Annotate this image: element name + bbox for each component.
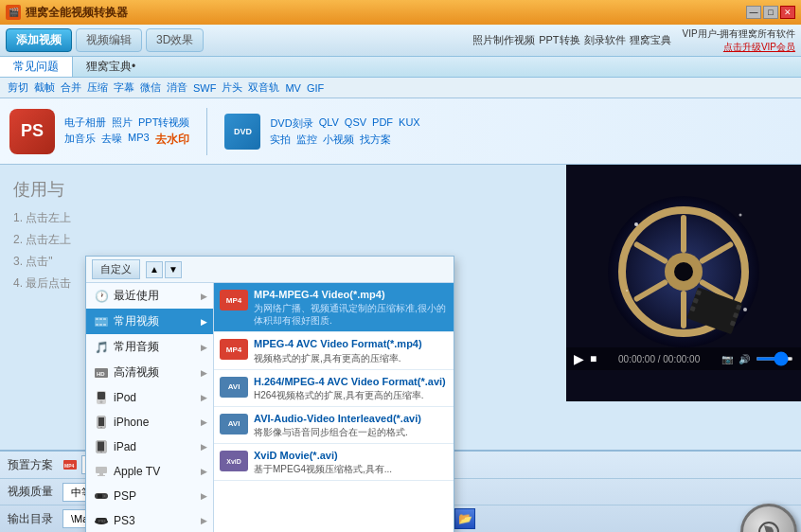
link-add-music[interactable]: 加音乐	[64, 132, 96, 148]
preset-icon: MP4	[62, 457, 78, 472]
category-psp[interactable]: PSP ▶	[86, 484, 213, 508]
nav-up-button[interactable]: ▲	[146, 261, 163, 278]
minimize-button[interactable]: —	[746, 6, 761, 19]
player-controls: ▶ ■ 00:00:00 / 00:00:00 📷 🔊	[566, 347, 801, 370]
link-monitor[interactable]: 监控	[296, 133, 317, 147]
svg-rect-34	[98, 417, 104, 426]
film-icon	[94, 314, 109, 329]
avi-audio-text: AVI-Audio-Video Interleaved(*.avi) 将影像与语…	[254, 412, 448, 438]
banner-row: PS 电子相册 照片 PPT转视频 加音乐 去噪 MP3 去水印 DVD DVD…	[0, 98, 801, 165]
svg-point-19	[626, 290, 628, 292]
action-screenshot[interactable]: 截帧	[34, 80, 55, 95]
film-reel-image	[608, 196, 759, 347]
category-ipod[interactable]: iPod ▶	[86, 385, 213, 410]
volume-button[interactable]: 🔊	[739, 354, 750, 364]
svg-rect-31	[98, 392, 105, 399]
hd-icon: HD	[94, 365, 109, 381]
format-mp4-mpeg4[interactable]: MP4 MP4-MPEG-4 Video(*.mp4) 为网络广播、视频通讯定制…	[214, 283, 454, 332]
separator1	[206, 108, 207, 155]
nav-down-button[interactable]: ▼	[165, 261, 182, 278]
preview-panel: ▶ ■ 00:00:00 / 00:00:00 📷 🔊	[566, 165, 801, 401]
ps3-icon: PS3	[94, 513, 109, 528]
format-mp4-avc[interactable]: MP4 MPEG-4 AVC Video Format(*.mp4) 视频格式的…	[214, 332, 454, 369]
open-folder-button[interactable]: 📂	[454, 508, 475, 529]
svg-point-44	[104, 495, 106, 497]
dvd-links-group: DVD刻录 QLV QSV PDF KUX 实拍 监控 小视频 找方案	[270, 116, 419, 147]
link-dvd-record[interactable]: DVD刻录	[270, 116, 312, 131]
category-apple-tv[interactable]: Apple TV ▶	[86, 459, 213, 484]
link-pdf[interactable]: PDF	[372, 116, 393, 131]
close-button[interactable]: ✕	[780, 6, 795, 19]
toolbar: 添加视频 视频编辑 3D效果 照片制作视频 PPT转换 刻录软件 狸窝宝典 VI…	[0, 25, 801, 57]
svg-rect-43	[98, 494, 102, 498]
main-area: 使用与 1. 点击左上 2. 点击左上 3. 点击" 4. 最后点击	[0, 165, 801, 449]
action-dual-audio[interactable]: 双音轨	[248, 80, 279, 95]
category-common-audio[interactable]: 🎵 常用音频 ▶	[86, 334, 213, 360]
appletv-icon	[94, 464, 109, 479]
category-ipad[interactable]: iPad ▶	[86, 434, 213, 459]
svg-point-32	[100, 400, 103, 403]
category-hd-video[interactable]: HD 高清视频 ▶	[86, 360, 213, 385]
action-cut[interactable]: 剪切	[8, 80, 28, 95]
video-quality-label: 视频质量	[8, 484, 57, 500]
tab-faq[interactable]: 常见问题	[0, 57, 73, 77]
maximize-button[interactable]: □	[763, 6, 778, 19]
category-recent[interactable]: 🕐 最近使用 ▶	[86, 283, 213, 309]
action-gif[interactable]: GIF	[307, 82, 324, 94]
dvd-links-row2: 实拍 监控 小视频 找方案	[270, 133, 419, 147]
svg-point-38	[100, 452, 102, 453]
link-qsv[interactable]: QSV	[345, 116, 366, 131]
link-denoise[interactable]: 去噪	[101, 132, 122, 148]
action-subtitle[interactable]: 字幕	[114, 80, 134, 95]
step-2: 2. 点击左上	[13, 232, 318, 248]
link-short-video[interactable]: 小视频	[323, 133, 354, 147]
psp-icon	[94, 488, 109, 504]
add-video-button[interactable]: 添加视频	[6, 28, 72, 52]
format-avi-audio[interactable]: AVI AVI-Audio-Video Interleaved(*.avi) 将…	[214, 407, 454, 444]
banner-links-group1: 电子相册 照片 PPT转视频 加音乐 去噪 MP3 去水印	[64, 115, 189, 148]
svg-rect-4	[681, 215, 686, 253]
action-silence[interactable]: 消音	[167, 80, 187, 95]
play-button[interactable]: ▶	[574, 351, 584, 366]
video-edit-button[interactable]: 视频编辑	[76, 28, 142, 52]
mp4-badge: MP4	[220, 290, 248, 310]
volume-slider[interactable]	[756, 357, 793, 361]
title-controls: — □ ✕	[746, 6, 795, 19]
action-header[interactable]: 片头	[222, 80, 242, 95]
link-photo-album[interactable]: 电子相册	[64, 115, 106, 130]
link-mp3[interactable]: MP3	[128, 132, 150, 148]
action-compress[interactable]: 压缩	[87, 80, 108, 95]
svg-rect-41	[98, 475, 105, 476]
category-common-video[interactable]: 常用视频 ▶	[86, 309, 213, 334]
action-mv[interactable]: MV	[285, 82, 301, 94]
action-wechat[interactable]: 微信	[140, 80, 161, 95]
ppt-convert-link[interactable]: PPT转换	[539, 33, 579, 47]
format-xvid[interactable]: XviD XviD Movie(*.avi) 基于MPEG4视频压缩格式,具有.…	[214, 444, 454, 481]
link-photo[interactable]: 照片	[112, 115, 133, 130]
link-real-shot[interactable]: 实拍	[270, 133, 291, 147]
link-qlv[interactable]: QLV	[319, 116, 339, 131]
action-swf[interactable]: SWF	[193, 82, 216, 94]
format-h264-avi[interactable]: AVI H.264/MPEG-4 AVC Video Format(*.avi)…	[214, 370, 454, 407]
svg-text:PS3: PS3	[98, 519, 106, 523]
arrow-active-icon: ▶	[201, 317, 207, 327]
iphone-icon	[94, 415, 109, 430]
xvid-badge: XviD	[220, 451, 248, 471]
action-merge[interactable]: 合并	[61, 80, 81, 95]
link-ppt-video[interactable]: PPT转视频	[138, 115, 189, 130]
category-iphone[interactable]: iPhone ▶	[86, 410, 213, 434]
effects-3d-button[interactable]: 3D效果	[146, 28, 204, 52]
vip-upgrade-link[interactable]: 点击升级VIP会员	[723, 41, 795, 54]
category-ps3[interactable]: PS3 PS3 ▶	[86, 508, 213, 532]
usage-title: 使用与	[13, 178, 318, 201]
tab-liwowo-classic[interactable]: 狸窝宝典•	[73, 57, 149, 77]
link-watermark[interactable]: 去水印	[155, 132, 189, 148]
self-define-button[interactable]: 自定义	[92, 259, 140, 279]
link-solutions[interactable]: 找方案	[360, 133, 391, 147]
liwowo-classic-link[interactable]: 狸窝宝典	[630, 33, 671, 47]
stop-button[interactable]: ■	[590, 352, 596, 365]
link-kux[interactable]: KUX	[399, 116, 420, 131]
screenshot-button[interactable]: 📷	[721, 354, 733, 364]
record-software-link[interactable]: 刻录软件	[584, 33, 626, 47]
photo-video-link[interactable]: 照片制作视频	[472, 33, 535, 47]
